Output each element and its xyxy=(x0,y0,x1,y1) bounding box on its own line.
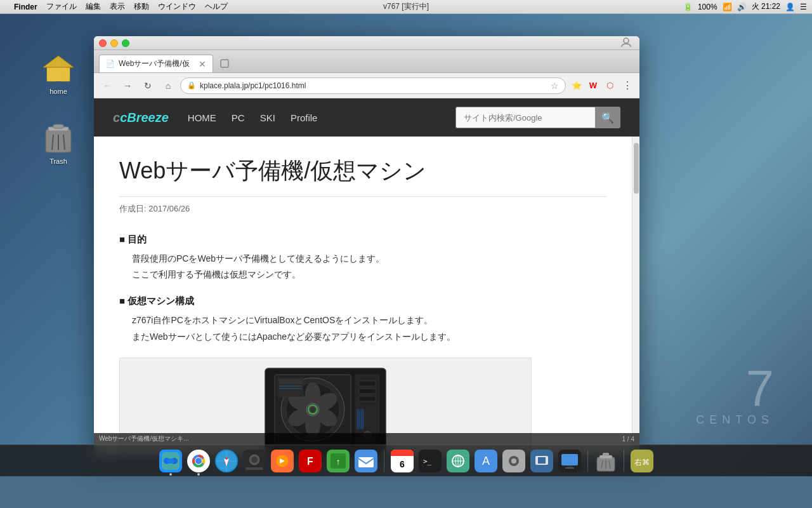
nav-pc[interactable]: PC xyxy=(232,112,245,123)
menu-window[interactable]: ウインドウ xyxy=(158,1,196,12)
svg-rect-27 xyxy=(359,396,376,401)
svg-rect-62 xyxy=(358,457,374,467)
bookmark-button[interactable]: ☆ xyxy=(551,81,559,91)
dock-chrome[interactable] xyxy=(186,448,211,474)
section1-heading: 目的 xyxy=(119,234,606,246)
maximize-button[interactable] xyxy=(122,39,129,47)
ssl-icon: 🔒 xyxy=(187,81,196,90)
search-button[interactable]: 🔍 xyxy=(595,107,620,128)
dock-separator3 xyxy=(624,450,624,472)
profile-icon-btn[interactable] xyxy=(620,36,632,50)
browser-window: 📄 Webサーバ予備機/仮 ✕ ← → ↻ ⌂ 🔒 kplace.plala.j… xyxy=(94,36,639,455)
svg-rect-88 xyxy=(603,453,609,456)
svg-rect-30 xyxy=(279,379,302,384)
dock-iphoto[interactable] xyxy=(242,448,267,474)
address-bar[interactable]: 🔒 kplace.plala.jp/pc1/pc1016.html ☆ xyxy=(180,77,566,94)
tab-close-button[interactable]: ✕ xyxy=(199,59,206,69)
section2-text2: またWebサーバとして使うにはApacheなど必要なアプリをインストールします。 xyxy=(132,329,606,345)
home-folder-icon xyxy=(42,52,75,85)
new-tab-button[interactable] xyxy=(216,56,233,71)
user-icon[interactable]: 👤 xyxy=(785,3,795,11)
close-button[interactable] xyxy=(99,39,107,47)
dock-app7[interactable]: ↑ xyxy=(325,448,351,474)
svg-text:右⌘: 右⌘ xyxy=(634,458,650,467)
dock-virtualbox[interactable] xyxy=(529,448,554,474)
nav-ski[interactable]: SKI xyxy=(260,112,275,123)
dock-settings[interactable] xyxy=(501,448,527,474)
svg-rect-26 xyxy=(359,389,376,394)
battery-percent: 100% xyxy=(698,3,717,11)
desktop-icon-trash[interactable]: Trash xyxy=(33,122,84,165)
dock-app5[interactable] xyxy=(270,448,295,474)
menu-extras-icon[interactable]: ☰ xyxy=(800,3,807,11)
trash-folder-icon xyxy=(42,122,75,155)
dock-display[interactable] xyxy=(557,448,582,474)
svg-point-39 xyxy=(167,458,174,464)
svg-point-43 xyxy=(195,458,202,464)
content-main: Webサーバ予備機/仮想マシン 作成日: 2017/06/26 目的 普段使用の… xyxy=(94,137,632,455)
browser-titlebar xyxy=(94,36,639,50)
date-label: 作成日: xyxy=(119,204,147,213)
ext-star[interactable]: ⭐ xyxy=(570,79,584,93)
section1-text1: 普段使用のPCをWebサーバ予備機として使えるようにします。 xyxy=(132,251,606,267)
centos-label: CENTOS xyxy=(696,414,774,425)
dock-rightapp[interactable]: 右⌘ xyxy=(629,448,655,474)
centos-watermark: 7 CENTOS xyxy=(696,363,774,425)
ext-office[interactable]: ⬡ xyxy=(603,79,617,93)
chrome-active-dot xyxy=(197,473,200,476)
scrollbar-thumb[interactable] xyxy=(634,143,639,194)
svg-point-22 xyxy=(310,406,316,413)
nav-home[interactable]: HOME xyxy=(188,112,216,123)
website-nav: ccBreeze HOME PC SKI Profile 🔍 xyxy=(94,98,639,137)
svg-rect-81 xyxy=(538,457,546,464)
menu-file[interactable]: ファイル xyxy=(46,1,77,12)
finder-active-dot xyxy=(169,473,172,476)
tab-favicon: 📄 xyxy=(106,60,115,68)
browser-tab-active[interactable]: 📄 Webサーバ予備機/仮 ✕ xyxy=(99,55,213,72)
dock-calendar[interactable]: 6 xyxy=(390,448,415,474)
forward-button[interactable]: → xyxy=(119,77,136,94)
menu-edit[interactable]: 編集 xyxy=(86,1,101,12)
desktop-icon-home[interactable]: home xyxy=(33,52,84,95)
ext-w[interactable]: W xyxy=(586,79,600,93)
browser-toolbar: ← → ↻ ⌂ 🔒 kplace.plala.jp/pc1/pc1016.htm… xyxy=(94,73,639,98)
app-name[interactable]: Finder xyxy=(14,3,37,11)
svg-rect-31 xyxy=(279,385,302,387)
clock: 火 21:22 xyxy=(752,1,780,12)
svg-rect-85 xyxy=(565,467,574,469)
site-logo: ccBreeze xyxy=(113,110,169,125)
trash-icon-label: Trash xyxy=(49,157,67,165)
taskbar: F ↑ 6 >_ A xyxy=(0,444,812,476)
window-title: v767 [実行中] xyxy=(383,1,429,12)
back-button[interactable]: ← xyxy=(99,77,115,94)
scrollbar[interactable] xyxy=(632,137,639,455)
section2-heading: 仮想マシン構成 xyxy=(119,295,606,307)
toolbar-extensions: ⭐ W ⬡ xyxy=(570,79,617,93)
svg-text:F: F xyxy=(307,456,313,467)
home-button[interactable]: ⌂ xyxy=(160,77,176,94)
dock-terminal[interactable]: >_ xyxy=(417,448,443,474)
svg-rect-65 xyxy=(391,453,414,456)
minimize-button[interactable] xyxy=(110,39,118,47)
section1-text2: ここで利用する予備機は仮想マシンです。 xyxy=(132,267,606,283)
menu-go[interactable]: 移動 xyxy=(134,1,149,12)
menu-help[interactable]: ヘルプ xyxy=(205,1,228,12)
svg-text:↑: ↑ xyxy=(336,457,340,467)
dock-finder[interactable] xyxy=(158,448,183,474)
browser-menu-button[interactable]: ⋮ xyxy=(620,79,634,93)
dock-filezilla[interactable]: F xyxy=(298,448,323,474)
menu-view[interactable]: 表示 xyxy=(110,1,125,12)
dock-safari[interactable] xyxy=(214,448,239,474)
dock-network[interactable] xyxy=(445,448,471,474)
menubar: Finder ファイル 編集 表示 移動 ウインドウ ヘルプ v767 [実行中… xyxy=(0,0,812,14)
reload-button[interactable]: ↻ xyxy=(140,77,156,94)
browser-tabs: 📄 Webサーバ予備機/仮 ✕ xyxy=(94,50,639,73)
search-input[interactable] xyxy=(455,107,595,128)
dock-mail[interactable] xyxy=(353,448,379,474)
home-icon-label: home xyxy=(49,88,67,95)
nav-profile[interactable]: Profile xyxy=(291,112,318,123)
svg-rect-10 xyxy=(221,60,228,67)
dock-trash[interactable] xyxy=(593,448,619,474)
dock-appstore[interactable]: A xyxy=(473,448,499,474)
site-search: 🔍 xyxy=(455,107,620,128)
